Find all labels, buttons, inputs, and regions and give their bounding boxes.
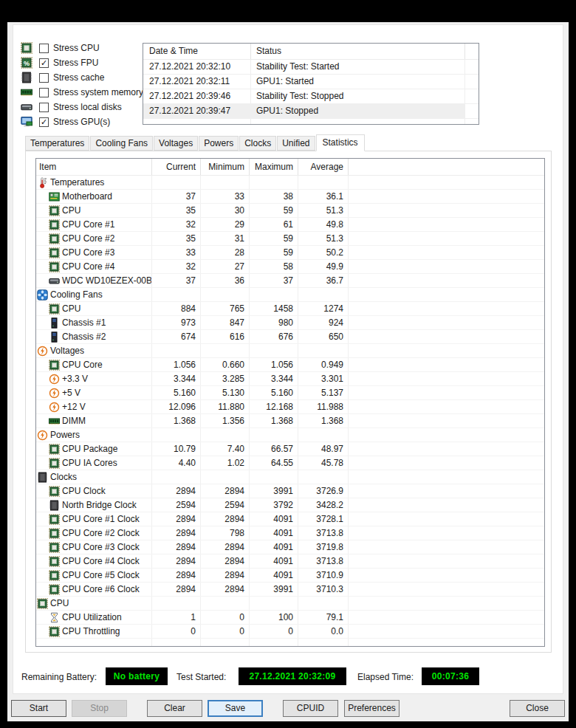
log-col-filler [465,44,479,59]
item-cell: CPU Utilization [36,611,152,624]
test-started-display: 27.12.2021 20:32:09 [239,667,346,685]
stats-row-cpu-core-3[interactable]: CPU Core #333285950.2 [36,246,544,260]
button-save[interactable]: Save [208,700,263,717]
max-value: 4091 [250,526,298,540]
avg-value: 650 [298,330,349,343]
button-start[interactable]: Start [11,700,66,717]
log-col-status[interactable]: Status [251,44,465,59]
item-cell: CPU [36,204,152,217]
current-value: 1 [152,611,201,624]
stats-group-cooling-fans[interactable]: Cooling Fans [36,288,544,302]
tab-temperatures[interactable]: Temperatures [25,136,89,151]
stats-row-cpu[interactable]: CPU35305951.3 [36,204,544,218]
min-value [201,288,250,301]
stats-group-voltages[interactable]: Voltages [36,344,544,358]
stats-row-dimm[interactable]: DIMM1.3681.3561.3681.368 [36,414,544,428]
min-value: 1.356 [201,414,250,427]
checkbox-stress-fpu[interactable]: ✓ [39,58,49,68]
stats-row-cpu-core-3-clock[interactable]: CPU Core #3 Clock2894289440913719.8 [36,540,544,554]
checkbox-stress-system-memory[interactable] [39,88,49,97]
tab-cooling-fans[interactable]: Cooling Fans [90,136,153,151]
checkbox-stress-cpu[interactable] [39,44,49,53]
stats-row-cpu-core-4[interactable]: CPU Core #432275849.9 [36,260,544,274]
max-value: 3991 [250,484,298,498]
tab-unified[interactable]: Unified [277,136,315,151]
stats-col-minimum[interactable]: Minimum [201,159,250,175]
stats-row-chassis-2[interactable]: Chassis #2674616676650 [36,330,544,344]
item-cell: CPU IA Cores [36,456,152,470]
stats-row-cpu-clock[interactable]: CPU Clock2894289439913726.9 [36,484,544,498]
log-row[interactable]: 27.12.2021 20:39:46Stability Test: Stopp… [143,89,479,104]
stats-row-cpu-ia-cores[interactable]: CPU IA Cores4.401.0264.5545.78 [36,456,544,470]
stats-table-body: TemperaturesMotherboard37333836.1CPU3530… [36,176,544,646]
item-label: CPU Core #3 Clock [62,542,140,552]
log-row[interactable]: 27.12.2021 20:39:47GPU1: Stopped [143,104,479,119]
stats-row-wdc-wd10ezex-00b[interactable]: WDC WD10EZEX-00B...37363736.7 [36,274,544,288]
button-close[interactable]: Close [510,700,565,717]
avg-value: 3.301 [298,372,349,385]
avg-value [298,344,349,357]
stats-group-powers[interactable]: Powers [36,428,544,442]
stats-row-cpu-core[interactable]: CPU Core1.0560.6601.0560.949 [36,358,544,372]
button-cpuid[interactable]: CPUID [283,700,338,717]
avg-value: 1274 [298,302,349,315]
min-value: 28 [201,246,250,259]
avg-value: 3428.2 [298,498,349,512]
stats-row-cpu-core-5-clock[interactable]: CPU Core #5 Clock2894289440913710.9 [36,569,544,583]
tab-voltages[interactable]: Voltages [154,136,198,151]
filler-cell [201,639,250,646]
tab-statistics[interactable]: Statistics [316,134,365,151]
current-value: 4.40 [152,456,201,470]
filler-cell [349,456,544,470]
item-label: CPU Core #3 [62,247,114,258]
stats-group-cpu[interactable]: CPU [36,597,544,611]
current-value: 1.056 [152,358,201,371]
stats-row-cpu-throttling[interactable]: CPU Throttling0000.0 [36,625,544,639]
stats-row-cpu[interactable]: CPU88476514581274 [36,302,544,316]
item-cell: CPU Core #2 [36,232,152,245]
cpu-icon [49,360,60,371]
checkbox-stress-cache[interactable] [39,73,49,83]
stats-col-item[interactable]: Item [36,159,152,175]
tab-clocks[interactable]: Clocks [239,136,276,151]
max-value: 12.168 [250,400,298,413]
item-cell: +5 V [36,386,152,399]
stats-row-cpu-utilization[interactable]: CPU Utilization1010079.1 [36,611,544,625]
stats-row-5-v[interactable]: +5 V5.1605.1305.1605.137 [36,386,544,400]
max-value: 66.57 [250,442,298,456]
tab-powers[interactable]: Powers [199,136,239,151]
checkbox-stress-gpu-s[interactable]: ✓ [39,117,49,127]
stats-row-cpu-core-4-clock[interactable]: CPU Core #4 Clock2894289440913713.8 [36,554,544,569]
min-value: 765 [201,302,250,315]
stats-group-temperatures[interactable]: Temperatures [36,176,544,190]
checkbox-stress-local-disks[interactable] [39,103,49,112]
stats-group-clocks[interactable]: Clocks [36,470,544,484]
stats-row-north-bridge-clock[interactable]: North Bridge Clock2594259437923428.2 [36,498,544,512]
log-col-datetime[interactable]: Date & Time [143,44,251,59]
thermometer-icon [37,177,48,188]
log-row[interactable]: 27.12.2021 20:32:11GPU1: Started [143,75,479,89]
fpu-icon: % [21,57,32,69]
stats-col-average[interactable]: Average [298,159,349,175]
stats-row-cpu-core-1-clock[interactable]: CPU Core #1 Clock2894289440913728.1 [36,512,544,526]
stats-col-maximum[interactable]: Maximum [250,159,298,175]
stats-row-cpu-core-1[interactable]: CPU Core #132296149.8 [36,218,544,232]
stats-col-current[interactable]: Current [152,159,201,175]
stats-row-3-3-v[interactable]: +3.3 V3.3443.2853.3443.301 [36,372,544,386]
button-preferences[interactable]: Preferences [344,700,400,717]
cpu-icon [37,598,48,609]
max-value: 0 [250,625,298,638]
log-row[interactable]: 27.12.2021 20:32:10Stability Test: Start… [143,60,479,75]
stats-row-cpu-core-6-clock[interactable]: CPU Core #6 Clock2894289439913710.3 [36,583,544,597]
max-value [250,344,298,357]
stats-row-motherboard[interactable]: Motherboard37333836.1 [36,190,544,204]
cache-icon [37,472,48,483]
memory-icon [21,86,32,98]
stats-row-chassis-1[interactable]: Chassis #1973847980924 [36,316,544,330]
item-label: CPU Clock [62,486,106,496]
stats-row-cpu-package[interactable]: CPU Package10.797.4066.5748.97 [36,442,544,456]
button-clear[interactable]: Clear [147,700,202,717]
stats-row-cpu-core-2-clock[interactable]: CPU Core #2 Clock289479840913713.8 [36,526,544,540]
stats-row-cpu-core-2[interactable]: CPU Core #235315951.3 [36,232,544,246]
stats-row-12-v[interactable]: +12 V12.09611.88012.16811.988 [36,400,544,414]
